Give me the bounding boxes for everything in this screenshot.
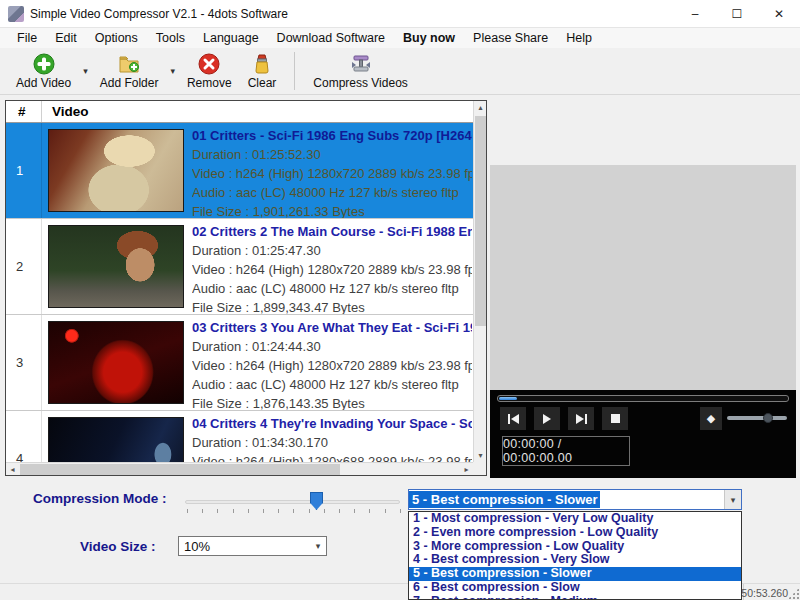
maximize-icon[interactable]: ☐ — [716, 0, 758, 28]
row-number: 4 — [6, 411, 42, 462]
window-title: Simple Video Compressor V2.1 - 4dots Sof… — [30, 7, 288, 21]
volume-knob[interactable] — [763, 413, 773, 423]
dropdown-option-6[interactable]: 6 - Best compression - Slow — [409, 581, 741, 595]
toolbar: Add Video ▾ Add Folder ▾ Remove — [0, 48, 800, 95]
video-stream-info: Video : h264 (High) 1280x720 2889 kb/s 2… — [192, 358, 472, 377]
chevron-down-icon[interactable]: ▾ — [724, 490, 741, 509]
chevron-down-icon[interactable]: ▾ — [310, 541, 326, 551]
vertical-scroll-thumb[interactable] — [475, 116, 486, 326]
menu-download-software[interactable]: Download Software — [268, 29, 394, 47]
play-icon — [543, 414, 551, 424]
compression-mode-dropdown: 1 - Most compression - Very Low Quality … — [408, 511, 742, 600]
seek-progress — [499, 397, 517, 400]
volume-slider[interactable] — [727, 416, 787, 420]
video-thumbnail — [48, 225, 184, 308]
vertical-scrollbar[interactable]: ▴ ▾ — [473, 101, 486, 462]
video-size-label: Video Size : — [80, 539, 156, 554]
clear-button[interactable]: Clear — [240, 51, 285, 92]
menu-help[interactable]: Help — [557, 29, 601, 47]
add-video-icon — [33, 53, 55, 75]
compression-slider[interactable] — [185, 500, 400, 504]
compression-mode-value: 5 - Best compression - Slower — [409, 491, 600, 508]
remove-button[interactable]: Remove — [179, 51, 240, 92]
video-title: 01 Critters - Sci-Fi 1986 Eng Subs 720p … — [192, 128, 472, 147]
video-thumbnail — [48, 321, 184, 404]
time-display-box: 00:00:00 / 00:00:00.00 — [502, 436, 630, 466]
minimize-icon[interactable]: – — [674, 0, 716, 28]
video-duration: Duration : 01:24:44.30 — [192, 339, 472, 358]
dropdown-option-3[interactable]: 3 - More compression - Low Quality — [409, 540, 741, 554]
menu-edit[interactable]: Edit — [46, 29, 86, 47]
dropdown-option-5[interactable]: 5 - Best compression - Slower — [409, 567, 741, 581]
video-duration: Duration : 01:25:52.30 — [192, 147, 472, 166]
menu-please-share[interactable]: Please Share — [464, 29, 557, 47]
menu-file[interactable]: File — [8, 29, 46, 47]
close-icon[interactable]: ✕ — [758, 0, 800, 28]
compress-videos-button[interactable]: Compress Videos — [305, 51, 416, 92]
add-video-dropdown-caret-icon[interactable]: ▾ — [79, 66, 92, 76]
dropdown-option-4[interactable]: 4 - Best compression - Very Slow — [409, 553, 741, 567]
video-title: 04 Critters 4 They're Invading Your Spac… — [192, 416, 472, 435]
time-display: 00:00:00 / 00:00:00.00 — [503, 437, 629, 465]
video-stream-info: Video : h264 (High) 1280x720 2889 kb/s 2… — [192, 262, 472, 281]
dropdown-option-1[interactable]: 1 - Most compression - Very Low Quality — [409, 512, 741, 526]
stop-icon — [611, 414, 620, 423]
scroll-up-icon[interactable]: ▴ — [474, 101, 487, 114]
file-size: File Size : 1,876,143.35 Bytes — [192, 396, 472, 410]
scroll-right-icon[interactable]: ▸ — [460, 463, 473, 476]
file-size: File Size : 1,899,343.47 Bytes — [192, 300, 472, 314]
audio-stream-info: Audio : aac (LC) 48000 Hz 127 kb/s stere… — [192, 185, 472, 204]
scroll-left-icon[interactable]: ◂ — [6, 463, 19, 476]
table-row[interactable]: 1 01 Critters - Sci-Fi 1986 Eng Subs 720… — [6, 123, 473, 219]
toolbar-separator — [294, 52, 295, 90]
title-bar: Simple Video Compressor V2.1 - 4dots Sof… — [0, 0, 800, 28]
next-button[interactable] — [568, 407, 594, 430]
add-folder-icon — [118, 53, 140, 75]
column-header-video[interactable]: Video — [42, 101, 89, 122]
scroll-down-icon[interactable]: ▾ — [474, 449, 487, 462]
compression-mode-combobox[interactable]: 5 - Best compression - Slower ▾ — [408, 489, 742, 510]
dropdown-option-2[interactable]: 2 - Even more compression - Low Quality — [409, 526, 741, 540]
play-button[interactable] — [534, 407, 560, 430]
list-header: # Video — [6, 101, 473, 123]
row-number: 1 — [6, 123, 42, 218]
column-header-number[interactable]: # — [6, 101, 42, 122]
horizontal-scroll-thumb[interactable] — [20, 464, 340, 475]
table-row[interactable]: 3 03 Critters 3 You Are What They Eat - … — [6, 315, 473, 411]
seek-bar[interactable] — [497, 395, 789, 402]
table-row[interactable]: 2 02 Critters 2 The Main Course - Sci-Fi… — [6, 219, 473, 315]
skip-start-icon — [508, 414, 510, 424]
video-duration: Duration : 01:25:47.30 — [192, 243, 472, 262]
menu-options[interactable]: Options — [86, 29, 147, 47]
skip-end-icon — [576, 414, 584, 424]
dropdown-option-7[interactable]: 7 - Best compression - Medium — [409, 595, 741, 600]
compression-slider-thumb[interactable] — [310, 492, 323, 510]
add-folder-button[interactable]: Add Folder — [92, 51, 167, 92]
row-number: 3 — [6, 315, 42, 410]
add-video-button[interactable]: Add Video — [8, 51, 79, 92]
scrollbar-corner — [473, 462, 486, 475]
video-size-combobox[interactable]: 10% ▾ — [178, 536, 327, 556]
audio-stream-info: Audio : aac (LC) 48000 Hz 127 kb/s stere… — [192, 377, 472, 396]
player-controls: ◆ 00:00:00 / 00:00:00.00 — [490, 390, 796, 478]
compress-icon — [350, 53, 372, 75]
mute-button[interactable]: ◆ — [700, 407, 722, 430]
horizontal-scrollbar[interactable]: ◂ ▸ — [6, 462, 473, 475]
remove-label: Remove — [187, 76, 232, 90]
menu-buy-now[interactable]: Buy now — [394, 29, 464, 47]
video-title: 02 Critters 2 The Main Course - Sci-Fi 1… — [192, 224, 472, 243]
previous-button[interactable] — [500, 407, 526, 430]
add-folder-dropdown-caret-icon[interactable]: ▾ — [166, 66, 179, 76]
video-size-value: 10% — [179, 539, 210, 554]
stop-button[interactable] — [602, 407, 628, 430]
clear-label: Clear — [248, 76, 277, 90]
speaker-icon: ◆ — [707, 412, 715, 425]
clear-icon — [251, 53, 273, 75]
menu-language[interactable]: Language — [194, 29, 268, 47]
list-rows: 1 01 Critters - Sci-Fi 1986 Eng Subs 720… — [6, 123, 473, 462]
video-thumbnail — [48, 129, 184, 212]
menu-bar: File Edit Options Tools Language Downloa… — [0, 28, 800, 48]
menu-tools[interactable]: Tools — [147, 29, 194, 47]
compression-slider-ticks — [187, 509, 401, 513]
table-row[interactable]: 4 04 Critters 4 They're Invading Your Sp… — [6, 411, 473, 462]
